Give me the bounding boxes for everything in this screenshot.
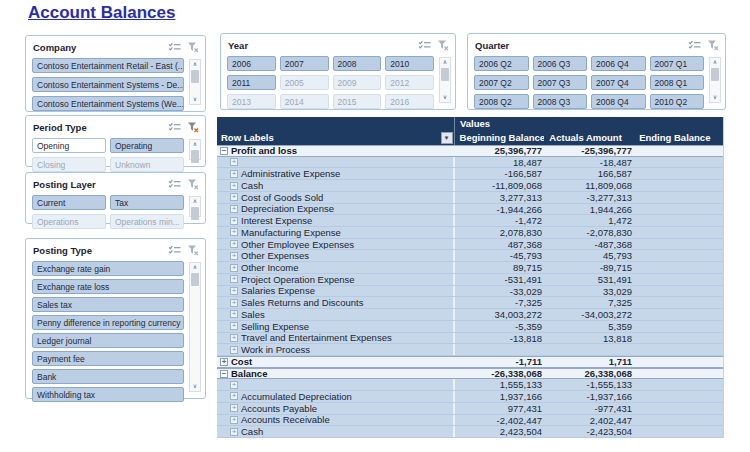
scrollbar-thumb[interactable] bbox=[191, 70, 199, 83]
slicer-item[interactable]: 2011 bbox=[227, 75, 276, 90]
scroll-up-icon[interactable]: ∧ bbox=[193, 197, 197, 206]
scrollbar-thumb[interactable] bbox=[191, 207, 199, 220]
scrollbar[interactable]: ∧ ∨ bbox=[189, 196, 201, 217]
clear-filter-icon[interactable] bbox=[187, 178, 199, 190]
slicer-item[interactable]: 2008 Q3 bbox=[533, 94, 588, 109]
slicer-item[interactable]: Operating bbox=[110, 138, 184, 153]
scrollbar[interactable]: ∧ ∨ bbox=[189, 59, 201, 105]
collapse-icon[interactable]: − bbox=[220, 147, 228, 155]
scrollbar-thumb[interactable] bbox=[441, 68, 449, 81]
slicer-item[interactable]: 2016 bbox=[385, 94, 434, 109]
slicer-item[interactable]: 2008 bbox=[333, 56, 382, 71]
slicer-item[interactable]: 2012 bbox=[385, 75, 434, 90]
expand-icon[interactable]: + bbox=[230, 428, 238, 436]
column-header-ending-balance[interactable]: Ending Balance bbox=[634, 131, 723, 145]
expand-icon[interactable]: + bbox=[230, 240, 238, 248]
scrollbar[interactable]: ∧ ∨ bbox=[189, 262, 201, 392]
expand-icon[interactable]: + bbox=[230, 416, 238, 424]
slicer-item[interactable]: 2010 Q2 bbox=[650, 94, 705, 109]
slicer-item[interactable]: Current bbox=[32, 195, 106, 210]
slicer-item[interactable]: Operations bbox=[32, 214, 106, 229]
expand-icon[interactable]: + bbox=[230, 334, 238, 342]
expand-icon[interactable]: + bbox=[230, 205, 238, 213]
slicer-item[interactable]: Sales tax bbox=[32, 297, 184, 312]
slicer-item[interactable]: 2007 Q1 bbox=[650, 56, 705, 71]
slicer-item[interactable]: Payment fee bbox=[32, 351, 184, 366]
expand-icon[interactable]: + bbox=[230, 275, 238, 283]
scrollbar[interactable]: ∧ ∨ bbox=[709, 57, 721, 103]
slicer-item[interactable]: 2007 Q2 bbox=[474, 75, 529, 90]
slicer-item[interactable]: Operations min... bbox=[110, 214, 184, 229]
multiselect-icon[interactable] bbox=[168, 42, 181, 52]
slicer-item[interactable]: 2014 bbox=[280, 94, 329, 109]
column-header-actuals-amount[interactable]: Actuals Amount bbox=[544, 131, 634, 145]
expand-icon[interactable]: + bbox=[230, 264, 238, 272]
clear-filter-icon[interactable] bbox=[707, 39, 719, 51]
scrollbar[interactable]: ∧ ∨ bbox=[439, 57, 451, 103]
scrollbar-thumb[interactable] bbox=[191, 150, 199, 163]
slicer-item[interactable]: 2007 Q3 bbox=[533, 75, 588, 90]
multiselect-icon[interactable] bbox=[168, 245, 181, 255]
scroll-down-icon[interactable]: ∨ bbox=[713, 93, 717, 102]
clear-filter-icon[interactable] bbox=[187, 244, 199, 256]
scroll-up-icon[interactable]: ∧ bbox=[193, 60, 197, 69]
collapse-icon[interactable]: − bbox=[220, 370, 228, 378]
expand-icon[interactable]: + bbox=[230, 404, 238, 412]
expand-icon[interactable]: + bbox=[230, 182, 238, 190]
expand-icon[interactable]: + bbox=[230, 193, 238, 201]
expand-icon[interactable]: + bbox=[220, 358, 228, 366]
slicer-item[interactable]: Contoso Entertainment Systems (We... bbox=[32, 96, 184, 111]
scrollbar-thumb[interactable] bbox=[191, 273, 199, 286]
column-header-beginning-balance[interactable]: Beginning Balance bbox=[455, 131, 545, 145]
slicer-item[interactable]: Contoso Entertainment Systems - De... bbox=[32, 77, 184, 92]
scrollbar[interactable]: ∧ ∨ bbox=[189, 139, 201, 160]
multiselect-icon[interactable] bbox=[168, 179, 181, 189]
slicer-item[interactable]: 2006 Q3 bbox=[533, 56, 588, 71]
slicer-item[interactable]: 2006 bbox=[227, 56, 276, 71]
scroll-down-icon[interactable]: ∨ bbox=[443, 93, 447, 102]
clear-filter-icon-active[interactable] bbox=[187, 121, 199, 133]
slicer-item[interactable]: 2005 bbox=[280, 75, 329, 90]
expand-icon[interactable]: + bbox=[230, 252, 238, 260]
clear-filter-icon[interactable] bbox=[437, 39, 449, 51]
scrollbar-thumb[interactable] bbox=[711, 68, 719, 81]
slicer-item[interactable]: Unknown bbox=[110, 157, 184, 172]
scroll-up-icon[interactable]: ∧ bbox=[443, 58, 447, 67]
expand-icon[interactable]: + bbox=[230, 158, 238, 166]
expand-icon[interactable]: + bbox=[230, 217, 238, 225]
expand-icon[interactable]: + bbox=[230, 170, 238, 178]
slicer-item[interactable]: 2013 bbox=[227, 94, 276, 109]
expand-icon[interactable]: + bbox=[230, 287, 238, 295]
expand-icon[interactable]: + bbox=[230, 392, 238, 400]
slicer-item[interactable]: Bank bbox=[32, 369, 184, 384]
expand-icon[interactable]: + bbox=[230, 310, 238, 318]
slicer-item[interactable]: Exchange rate loss bbox=[32, 279, 184, 294]
slicer-item[interactable]: Opening bbox=[32, 138, 106, 153]
slicer-item[interactable]: 2006 Q2 bbox=[474, 56, 529, 71]
expand-icon[interactable]: + bbox=[230, 299, 238, 307]
slicer-item[interactable]: Closing bbox=[32, 157, 106, 172]
expand-icon[interactable]: + bbox=[230, 346, 238, 354]
slicer-item[interactable]: 2006 Q4 bbox=[591, 56, 646, 71]
slicer-item[interactable]: Exchange rate gain bbox=[32, 261, 184, 276]
row-labels-dropdown-icon[interactable]: ▼ bbox=[441, 132, 453, 144]
slicer-item[interactable]: Tax bbox=[110, 195, 184, 210]
slicer-item[interactable]: 2007 bbox=[280, 56, 329, 71]
scroll-down-icon[interactable]: ∨ bbox=[193, 382, 197, 391]
scroll-up-icon[interactable]: ∧ bbox=[713, 58, 717, 67]
slicer-item[interactable]: 2007 Q4 bbox=[591, 75, 646, 90]
clear-filter-icon[interactable] bbox=[187, 41, 199, 53]
slicer-item[interactable]: 2015 bbox=[333, 94, 382, 109]
scroll-up-icon[interactable]: ∧ bbox=[193, 140, 197, 149]
slicer-item[interactable]: 2008 Q1 bbox=[650, 75, 705, 90]
slicer-item[interactable]: Penny difference in reporting currency bbox=[32, 315, 184, 330]
scroll-down-icon[interactable]: ∨ bbox=[193, 95, 197, 104]
expand-icon[interactable]: + bbox=[230, 381, 238, 389]
multiselect-icon[interactable] bbox=[418, 40, 431, 50]
slicer-item[interactable]: Withholding tax bbox=[32, 387, 184, 402]
slicer-item[interactable]: 2008 Q4 bbox=[591, 94, 646, 109]
expand-icon[interactable]: + bbox=[230, 322, 238, 330]
slicer-item[interactable]: 2009 bbox=[333, 75, 382, 90]
scroll-up-icon[interactable]: ∧ bbox=[193, 263, 197, 272]
slicer-item[interactable]: Ledger journal bbox=[32, 333, 184, 348]
